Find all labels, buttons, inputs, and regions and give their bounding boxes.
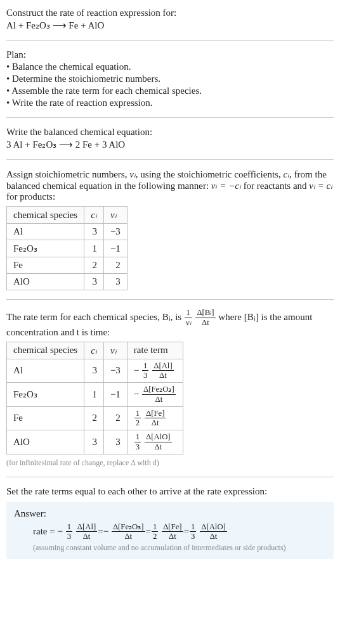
delta-fraction: Δ[Al]Δt: [152, 362, 173, 380]
cell-species: Fe₂O₃: [7, 240, 84, 257]
frac-num: Δ[Al]: [152, 362, 173, 371]
delta-fraction: Δ[Fe]Δt: [145, 409, 166, 428]
frac-num: 1: [185, 309, 192, 318]
frac-num: 1: [190, 523, 196, 532]
intro-title: Construct the rate of reaction expressio…: [6, 8, 334, 18]
cell-ci: 2: [84, 257, 104, 274]
intro-section: Construct the rate of reaction expressio…: [6, 8, 334, 31]
frac-num: Δ[AlO]: [145, 433, 172, 442]
equals: =: [184, 526, 189, 537]
nu-symbol: νᵢ: [129, 169, 136, 179]
frac-num: Δ[Fe₂O₃]: [142, 385, 176, 395]
table-row: AlO3313 Δ[AlO]Δt: [7, 430, 183, 454]
frac-den: Δt: [112, 532, 145, 541]
rate-term: 12 Δ[Fe]Δt: [134, 409, 167, 428]
delta-fraction: Δ[Fe₂O₃]Δt: [112, 523, 145, 541]
text: for products:: [6, 191, 55, 202]
frac-den: Δt: [200, 532, 227, 541]
frac-den: Δt: [145, 442, 172, 451]
table-row: Fe₂O₃ 1 −1: [7, 240, 128, 257]
sign: −: [134, 389, 141, 399]
col-nu: νᵢ: [103, 207, 127, 224]
table-header-row: chemical species cᵢ νᵢ: [7, 207, 128, 224]
cell-nu: −3: [103, 359, 127, 383]
sign: −: [57, 525, 65, 536]
frac-den: Δt: [195, 318, 215, 327]
ci-symbol: cᵢ: [283, 169, 289, 179]
frac-num: 1: [134, 433, 141, 442]
balanced-equation: 3 Al + Fe₂O₃ ⟶ 2 Fe + 3 AlO: [6, 139, 334, 150]
table-header-row: chemical species cᵢ νᵢ rate term: [7, 342, 183, 359]
frac-num: Δ[Al]: [76, 523, 97, 532]
rate-term: 12 Δ[Fe]Δt: [151, 523, 184, 541]
cell-species: Fe₂O₃: [7, 383, 84, 407]
rate-terms-description: The rate term for each chemical species,…: [6, 309, 334, 338]
cell-ci: 3: [84, 359, 104, 383]
frac-den: 3: [190, 532, 196, 541]
table-row: Fe2212 Δ[Fe]Δt: [7, 406, 183, 430]
col-rate-term: rate term: [127, 342, 183, 359]
frac-den: νᵢ: [185, 318, 192, 327]
cell-nu: 2: [103, 257, 127, 274]
cell-ci: 2: [84, 406, 104, 430]
final-heading: Set the rate terms equal to each other t…: [6, 486, 334, 497]
frac-den: 3: [66, 532, 72, 541]
cell-nu: 2: [103, 406, 127, 430]
frac-den: Δt: [145, 418, 166, 427]
table-row: Fe₂O₃1−1− Δ[Fe₂O₃]Δt: [7, 383, 183, 407]
divider: [6, 40, 334, 41]
frac-den: Δt: [142, 395, 176, 404]
table-row: Fe 2 2: [7, 257, 128, 274]
rate-term: − Δ[Fe₂O₃]Δt: [134, 385, 176, 404]
plan-item: • Determine the stoichiometric numbers.: [6, 74, 334, 84]
frac-num: Δ[Fe]: [145, 409, 166, 419]
answer-label: Answer:: [14, 508, 326, 519]
frac-num: Δ[AlO]: [200, 523, 227, 532]
col-ci: cᵢ: [84, 207, 104, 224]
final-section: Set the rate terms equal to each other t…: [6, 486, 334, 560]
text: for reactants and: [241, 181, 309, 191]
cell-ci: 1: [84, 383, 104, 407]
delta-fraction: Δ[Al]Δt: [76, 523, 97, 541]
frac-den: Δt: [152, 371, 173, 380]
plan-item: • Write the rate of reaction expression.: [6, 98, 334, 108]
rate-term: − Δ[Fe₂O₃]Δt: [103, 523, 146, 541]
table-row: AlO 3 3: [7, 274, 128, 290]
rate-terms-section: The rate term for each chemical species,…: [6, 309, 334, 468]
rule-products: νᵢ = cᵢ: [309, 181, 332, 191]
frac-num: 1: [142, 362, 148, 371]
rule-reactants: νᵢ = −cᵢ: [211, 181, 241, 191]
plan-item: • Assemble the rate term for each chemic…: [6, 86, 334, 96]
rate-term: − 13 Δ[Al]Δt: [57, 523, 98, 541]
delta-fraction: Δ[Fe₂O₃]Δt: [142, 385, 176, 404]
cell-nu: 3: [103, 430, 127, 454]
cell-ci: 3: [84, 274, 104, 290]
delta-fraction: Δ[AlO]Δt: [200, 523, 227, 541]
answer-box: Answer: rate = − 13 Δ[Al]Δt = − Δ[Fe₂O₃]…: [6, 502, 334, 560]
cell-rate-term: − Δ[Fe₂O₃]Δt: [127, 383, 183, 407]
text: , using the stoichiometric coefficients,: [136, 169, 284, 179]
stoich-section: Assign stoichiometric numbers, νᵢ, using…: [6, 169, 334, 290]
fraction: 1 νᵢ: [185, 309, 192, 327]
rate-terms-table: chemical species cᵢ νᵢ rate term Al3−3− …: [6, 342, 183, 454]
cell-species: Al: [7, 224, 84, 240]
coef-fraction: 13: [190, 523, 196, 541]
cell-ci: 3: [84, 430, 104, 454]
frac-den: 3: [134, 442, 141, 451]
text: Assign stoichiometric numbers,: [6, 169, 129, 179]
rate-term: 13 Δ[AlO]Δt: [134, 433, 173, 451]
col-species: chemical species: [7, 207, 84, 224]
cell-rate-term: 12 Δ[Fe]Δt: [127, 406, 183, 430]
balanced-section: Write the balanced chemical equation: 3 …: [6, 127, 334, 150]
cell-ci: 3: [84, 224, 104, 240]
intro-equation: Al + Fe₂O₃ ⟶ Fe + AlO: [6, 20, 334, 31]
frac-den: Δt: [76, 532, 97, 541]
plan-item: • Balance the chemical equation.: [6, 61, 334, 72]
coef-fraction: 12: [134, 409, 141, 428]
sign: −: [103, 525, 111, 536]
coef-fraction: 13: [66, 523, 72, 541]
plan-heading: Plan:: [6, 49, 334, 60]
col-ci: cᵢ: [84, 342, 104, 359]
rate-term: 13 Δ[AlO]Δt: [189, 523, 228, 541]
cell-species: Al: [7, 359, 84, 383]
